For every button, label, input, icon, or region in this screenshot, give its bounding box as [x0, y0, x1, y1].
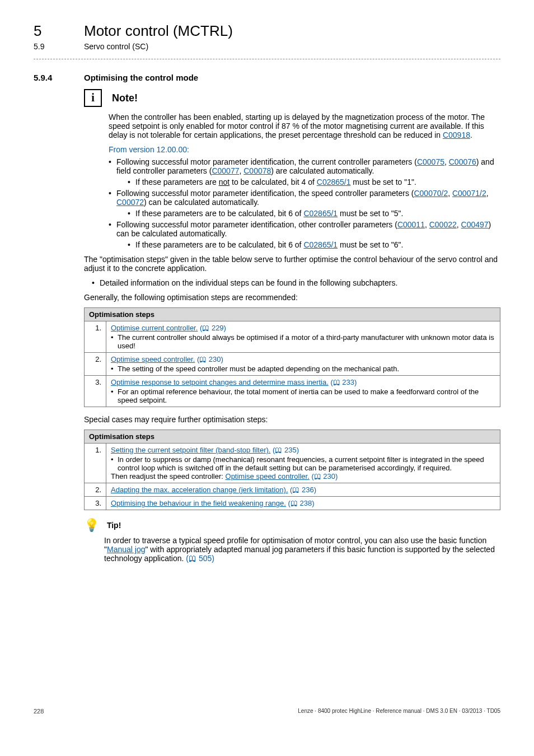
cell-sub: The current controller should always be …	[111, 333, 495, 350]
link-c02865-1a[interactable]: C02865/1	[317, 178, 351, 186]
chapter-title: Motor control (MCTRL)	[84, 22, 233, 40]
text: ,	[457, 220, 461, 229]
page-ref[interactable]: (🕮 235)	[270, 446, 299, 454]
divider	[34, 59, 500, 59]
page-ref[interactable]: (🕮 236)	[288, 486, 317, 494]
row-number: 1.	[85, 444, 106, 483]
text: to be calculated, bit 4 of	[229, 178, 317, 186]
text: Following successful motor parameter ide…	[116, 220, 397, 229]
link-field-weakening[interactable]: Optimising the behaviour in the field we…	[111, 499, 286, 507]
table-row: 1. Setting the current setpoint filter (…	[85, 444, 500, 483]
table-row: 2. Optimise speed controller. (🕮 230) Th…	[85, 353, 500, 376]
subsection-title: Servo control (SC)	[84, 42, 148, 51]
link-c00072[interactable]: C00072	[116, 198, 144, 207]
page-ref[interactable]: (🕮 230)	[310, 472, 338, 480]
link-c00497[interactable]: C00497	[461, 220, 489, 229]
cell-sub: The setting of the speed controller must…	[111, 365, 495, 373]
page-ref[interactable]: (🕮 229)	[198, 324, 226, 332]
link-c00011[interactable]: C00011	[397, 220, 425, 229]
link-optimise-current[interactable]: Optimise current controller.	[111, 324, 198, 332]
link-setpoint-filter[interactable]: Setting the current setpoint filter (ban…	[111, 446, 270, 454]
link-c02865-1b[interactable]: C02865/1	[303, 209, 338, 218]
note-heading: Note!	[112, 92, 138, 104]
footer-reference: Lenze · 8400 protec HighLine · Reference…	[298, 708, 500, 715]
section-number: 5.9.4	[34, 73, 84, 82]
note-text-end: .	[470, 130, 472, 139]
page-ref[interactable]: (🕮 238)	[286, 499, 315, 507]
row-number: 1.	[85, 321, 106, 353]
table-row: 3. Optimise response to setpoint changes…	[85, 376, 500, 407]
text-underlined: not	[219, 178, 229, 186]
text: ,	[448, 189, 452, 198]
table-row: 1. Optimise current controller. (🕮 229) …	[85, 321, 500, 353]
link-c02865-1c[interactable]: C02865/1	[303, 240, 338, 249]
note-paragraph: When the controller has been enabled, st…	[109, 113, 500, 139]
tip-text-b: " with appropriately adapted manual jog …	[104, 545, 495, 563]
link-optimise-response[interactable]: Optimise response to setpoint changes an…	[111, 378, 329, 386]
section-title: Optimising the control mode	[84, 73, 198, 82]
cell-sub: In order to suppress or damp (mechanical…	[111, 455, 495, 472]
note-bullet-3: Following successful motor parameter ide…	[109, 220, 500, 249]
note-bullet-2: Following successful motor parameter ide…	[109, 189, 500, 218]
table1-header: Optimisation steps	[85, 308, 500, 321]
text: If these parameters are	[135, 178, 219, 186]
link-c00077[interactable]: C00077	[212, 166, 239, 175]
link-optimise-speed[interactable]: Optimise speed controller.	[111, 355, 195, 363]
note-text: When the controller has been enabled, st…	[109, 113, 485, 139]
link-c00070-2[interactable]: C00070/2	[414, 189, 448, 198]
body-paragraph-1: The "optimisation steps" given in the ta…	[84, 255, 500, 273]
chapter-number: 5	[34, 22, 84, 40]
text: Following successful motor parameter ide…	[116, 157, 417, 166]
table-row: 3. Optimising the behaviour in the field…	[85, 497, 500, 510]
text: ,	[444, 157, 449, 166]
link-c00918[interactable]: C00918	[443, 130, 470, 139]
note-block: i Note! When the controller has been ena…	[84, 89, 500, 249]
row-number: 2.	[85, 483, 106, 497]
link-manual-jog[interactable]: Manual jog	[107, 545, 146, 554]
page-ref[interactable]: (🕮 505)	[186, 554, 214, 563]
link-c00022[interactable]: C00022	[429, 220, 457, 229]
text: ) can be calculated automatically.	[144, 198, 259, 207]
optimisation-table-2: Optimisation steps 1. Setting the curren…	[84, 430, 500, 510]
tip-block: 💡 Tip! In order to traverse a typical sp…	[84, 518, 500, 563]
body-paragraph-2: Generally, the following optimisation st…	[84, 293, 500, 302]
info-icon: i	[84, 89, 102, 107]
link-optimise-speed-2[interactable]: Optimise speed controller.	[226, 472, 310, 480]
row-number: 2.	[85, 353, 106, 376]
row-number: 3.	[85, 376, 106, 407]
text: must be set to "1".	[350, 178, 416, 186]
text: Following successful motor parameter ide…	[116, 189, 414, 198]
note-subbullet-2: If these parameters are to be calculated…	[128, 209, 500, 218]
note-subbullet-1: If these parameters are not to be calcul…	[128, 178, 500, 186]
body-paragraph-3: Special cases may require further optimi…	[84, 415, 500, 424]
page-number: 228	[34, 708, 44, 715]
note-subbullet-3: If these parameters are to be calculated…	[128, 240, 500, 249]
link-c00076[interactable]: C00076	[449, 157, 476, 166]
table2-header: Optimisation steps	[85, 430, 500, 444]
body-bullet-1: Detailed information on the individual s…	[92, 278, 500, 287]
page-ref[interactable]: (🕮 233)	[329, 378, 357, 386]
cell-sub: For an optimal reference behaviour, the …	[111, 388, 495, 404]
text: If these parameters are to be calculated…	[135, 240, 303, 249]
version-note: From version 12.00.00:	[109, 145, 500, 154]
text: must be set to "5".	[338, 209, 403, 218]
row-number: 3.	[85, 497, 106, 510]
tip-heading: Tip!	[107, 521, 121, 530]
optimisation-table-1: Optimisation steps 1. Optimise current c…	[84, 307, 500, 407]
note-bullet-1: Following successful motor parameter ide…	[109, 157, 500, 186]
lightbulb-icon: 💡	[84, 518, 99, 533]
text: ) are calculated automatically.	[271, 166, 374, 175]
link-c00078[interactable]: C00078	[243, 166, 271, 175]
cell-after-text: Then readjust the speed controller:	[111, 472, 226, 480]
table-row: 2. Adapting the max. acceleration change…	[85, 483, 500, 497]
text: ,	[486, 189, 489, 198]
text: ,	[425, 220, 429, 229]
link-c00075[interactable]: C00075	[417, 157, 444, 166]
text: must be set to "6".	[338, 240, 403, 249]
link-jerk-limitation[interactable]: Adapting the max. acceleration change (j…	[111, 486, 288, 494]
page-ref[interactable]: (🕮 230)	[195, 355, 223, 363]
text: If these parameters are to be calculated…	[135, 209, 303, 218]
subsection-number: 5.9	[34, 42, 84, 51]
link-c00071-2[interactable]: C00071/2	[452, 189, 486, 198]
